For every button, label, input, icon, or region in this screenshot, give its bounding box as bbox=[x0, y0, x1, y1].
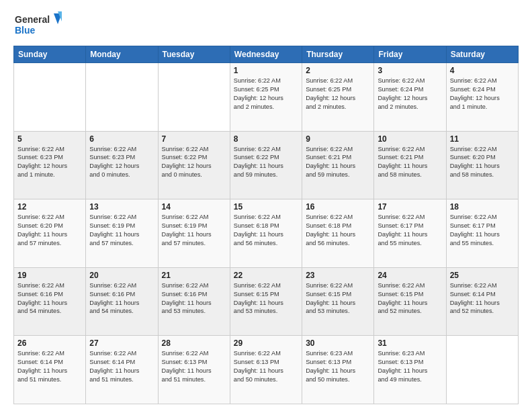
weekday-header-friday: Friday bbox=[374, 46, 446, 63]
logo: GeneralBlue bbox=[13, 11, 67, 39]
day-number: 15 bbox=[234, 202, 298, 212]
day-info: Sunrise: 6:23 AM Sunset: 6:13 PM Dayligh… bbox=[306, 349, 370, 384]
day-info: Sunrise: 6:22 AM Sunset: 6:14 PM Dayligh… bbox=[17, 349, 82, 384]
day-info: Sunrise: 6:22 AM Sunset: 6:15 PM Dayligh… bbox=[378, 281, 442, 316]
weekday-header-sunday: Sunday bbox=[14, 46, 86, 63]
day-number: 2 bbox=[306, 66, 370, 75]
calendar-cell: 1Sunrise: 6:22 AM Sunset: 6:25 PM Daylig… bbox=[230, 63, 302, 132]
calendar-cell: 3Sunrise: 6:22 AM Sunset: 6:24 PM Daylig… bbox=[374, 63, 446, 132]
day-info: Sunrise: 6:23 AM Sunset: 6:13 PM Dayligh… bbox=[378, 349, 442, 384]
calendar-week-2: 5Sunrise: 6:22 AM Sunset: 6:23 PM Daylig… bbox=[14, 131, 519, 199]
calendar-week-4: 19Sunrise: 6:22 AM Sunset: 6:16 PM Dayli… bbox=[14, 267, 519, 336]
day-info: Sunrise: 6:22 AM Sunset: 6:21 PM Dayligh… bbox=[306, 145, 370, 180]
day-info: Sunrise: 6:22 AM Sunset: 6:20 PM Dayligh… bbox=[450, 145, 515, 180]
calendar-cell: 6Sunrise: 6:22 AM Sunset: 6:23 PM Daylig… bbox=[86, 131, 158, 199]
day-number: 1 bbox=[234, 66, 298, 75]
day-info: Sunrise: 6:22 AM Sunset: 6:20 PM Dayligh… bbox=[17, 213, 82, 248]
day-info: Sunrise: 6:22 AM Sunset: 6:16 PM Dayligh… bbox=[162, 281, 226, 316]
calendar-cell: 30Sunrise: 6:23 AM Sunset: 6:13 PM Dayli… bbox=[302, 336, 374, 404]
calendar-cell: 17Sunrise: 6:22 AM Sunset: 6:17 PM Dayli… bbox=[374, 199, 446, 268]
calendar-cell: 12Sunrise: 6:22 AM Sunset: 6:20 PM Dayli… bbox=[14, 199, 86, 268]
day-number: 19 bbox=[17, 271, 82, 280]
calendar-cell: 18Sunrise: 6:22 AM Sunset: 6:17 PM Dayli… bbox=[446, 199, 518, 268]
day-info: Sunrise: 6:22 AM Sunset: 6:14 PM Dayligh… bbox=[89, 349, 154, 384]
calendar-cell bbox=[158, 63, 230, 132]
day-info: Sunrise: 6:22 AM Sunset: 6:15 PM Dayligh… bbox=[234, 281, 298, 316]
day-number: 25 bbox=[450, 271, 515, 280]
day-number: 24 bbox=[378, 271, 442, 280]
day-info: Sunrise: 6:22 AM Sunset: 6:24 PM Dayligh… bbox=[378, 77, 442, 111]
day-info: Sunrise: 6:22 AM Sunset: 6:14 PM Dayligh… bbox=[450, 281, 515, 316]
calendar-cell: 13Sunrise: 6:22 AM Sunset: 6:19 PM Dayli… bbox=[86, 199, 158, 268]
calendar-cell: 7Sunrise: 6:22 AM Sunset: 6:22 PM Daylig… bbox=[158, 131, 230, 199]
calendar-cell: 21Sunrise: 6:22 AM Sunset: 6:16 PM Dayli… bbox=[158, 267, 230, 336]
day-number: 21 bbox=[162, 271, 226, 280]
day-number: 13 bbox=[89, 202, 154, 212]
day-number: 5 bbox=[17, 134, 82, 144]
day-number: 28 bbox=[162, 338, 226, 348]
calendar-cell bbox=[14, 63, 86, 132]
day-info: Sunrise: 6:22 AM Sunset: 6:19 PM Dayligh… bbox=[162, 213, 226, 248]
calendar-cell: 14Sunrise: 6:22 AM Sunset: 6:19 PM Dayli… bbox=[158, 199, 230, 268]
weekday-header-row: SundayMondayTuesdayWednesdayThursdayFrid… bbox=[14, 46, 519, 63]
day-info: Sunrise: 6:22 AM Sunset: 6:18 PM Dayligh… bbox=[306, 213, 370, 248]
calendar-cell: 24Sunrise: 6:22 AM Sunset: 6:15 PM Dayli… bbox=[374, 267, 446, 336]
day-number: 3 bbox=[378, 66, 442, 75]
calendar-cell: 20Sunrise: 6:22 AM Sunset: 6:16 PM Dayli… bbox=[86, 267, 158, 336]
day-number: 12 bbox=[17, 202, 82, 212]
day-number: 9 bbox=[306, 134, 370, 144]
day-info: Sunrise: 6:22 AM Sunset: 6:25 PM Dayligh… bbox=[234, 77, 298, 111]
day-info: Sunrise: 6:22 AM Sunset: 6:24 PM Dayligh… bbox=[450, 77, 515, 111]
weekday-header-tuesday: Tuesday bbox=[158, 46, 230, 63]
calendar-table: SundayMondayTuesdayWednesdayThursdayFrid… bbox=[13, 46, 519, 404]
day-number: 10 bbox=[378, 134, 442, 144]
day-info: Sunrise: 6:22 AM Sunset: 6:25 PM Dayligh… bbox=[306, 77, 370, 111]
calendar-cell: 22Sunrise: 6:22 AM Sunset: 6:15 PM Dayli… bbox=[230, 267, 302, 336]
day-info: Sunrise: 6:22 AM Sunset: 6:23 PM Dayligh… bbox=[17, 145, 82, 180]
day-info: Sunrise: 6:22 AM Sunset: 6:16 PM Dayligh… bbox=[89, 281, 154, 316]
day-info: Sunrise: 6:22 AM Sunset: 6:13 PM Dayligh… bbox=[162, 349, 226, 384]
day-number: 8 bbox=[234, 134, 298, 144]
calendar-cell: 25Sunrise: 6:22 AM Sunset: 6:14 PM Dayli… bbox=[446, 267, 518, 336]
calendar-cell: 19Sunrise: 6:22 AM Sunset: 6:16 PM Dayli… bbox=[14, 267, 86, 336]
weekday-header-wednesday: Wednesday bbox=[230, 46, 302, 63]
calendar-week-5: 26Sunrise: 6:22 AM Sunset: 6:14 PM Dayli… bbox=[14, 336, 519, 404]
calendar-cell: 16Sunrise: 6:22 AM Sunset: 6:18 PM Dayli… bbox=[302, 199, 374, 268]
calendar-cell: 31Sunrise: 6:23 AM Sunset: 6:13 PM Dayli… bbox=[374, 336, 446, 404]
weekday-header-thursday: Thursday bbox=[302, 46, 374, 63]
day-info: Sunrise: 6:22 AM Sunset: 6:23 PM Dayligh… bbox=[89, 145, 154, 180]
day-number: 22 bbox=[234, 271, 298, 280]
calendar-cell: 8Sunrise: 6:22 AM Sunset: 6:22 PM Daylig… bbox=[230, 131, 302, 199]
day-number: 11 bbox=[450, 134, 515, 144]
calendar-cell: 23Sunrise: 6:22 AM Sunset: 6:15 PM Dayli… bbox=[302, 267, 374, 336]
day-info: Sunrise: 6:22 AM Sunset: 6:22 PM Dayligh… bbox=[162, 145, 226, 180]
calendar-cell: 9Sunrise: 6:22 AM Sunset: 6:21 PM Daylig… bbox=[302, 131, 374, 199]
day-number: 16 bbox=[306, 202, 370, 212]
day-number: 26 bbox=[17, 338, 82, 348]
calendar-cell: 26Sunrise: 6:22 AM Sunset: 6:14 PM Dayli… bbox=[14, 336, 86, 404]
day-info: Sunrise: 6:22 AM Sunset: 6:19 PM Dayligh… bbox=[89, 213, 154, 248]
day-info: Sunrise: 6:22 AM Sunset: 6:16 PM Dayligh… bbox=[17, 281, 82, 316]
logo-svg: GeneralBlue bbox=[13, 11, 67, 39]
day-number: 27 bbox=[89, 338, 154, 348]
weekday-header-saturday: Saturday bbox=[446, 46, 518, 63]
day-info: Sunrise: 6:22 AM Sunset: 6:13 PM Dayligh… bbox=[234, 349, 298, 384]
calendar-week-1: 1Sunrise: 6:22 AM Sunset: 6:25 PM Daylig… bbox=[14, 63, 519, 132]
calendar-cell: 4Sunrise: 6:22 AM Sunset: 6:24 PM Daylig… bbox=[446, 63, 518, 132]
day-number: 20 bbox=[89, 271, 154, 280]
day-number: 31 bbox=[378, 338, 442, 348]
header: GeneralBlue bbox=[13, 11, 519, 39]
svg-text:General: General bbox=[15, 14, 50, 25]
calendar-cell: 28Sunrise: 6:22 AM Sunset: 6:13 PM Dayli… bbox=[158, 336, 230, 404]
day-number: 7 bbox=[162, 134, 226, 144]
day-info: Sunrise: 6:22 AM Sunset: 6:17 PM Dayligh… bbox=[378, 213, 442, 248]
calendar-cell bbox=[446, 336, 518, 404]
day-info: Sunrise: 6:22 AM Sunset: 6:17 PM Dayligh… bbox=[450, 213, 515, 248]
day-number: 30 bbox=[306, 338, 370, 348]
day-number: 17 bbox=[378, 202, 442, 212]
day-info: Sunrise: 6:22 AM Sunset: 6:18 PM Dayligh… bbox=[234, 213, 298, 248]
calendar-cell: 29Sunrise: 6:22 AM Sunset: 6:13 PM Dayli… bbox=[230, 336, 302, 404]
day-number: 6 bbox=[89, 134, 154, 144]
calendar-cell: 10Sunrise: 6:22 AM Sunset: 6:21 PM Dayli… bbox=[374, 131, 446, 199]
day-info: Sunrise: 6:22 AM Sunset: 6:15 PM Dayligh… bbox=[306, 281, 370, 316]
